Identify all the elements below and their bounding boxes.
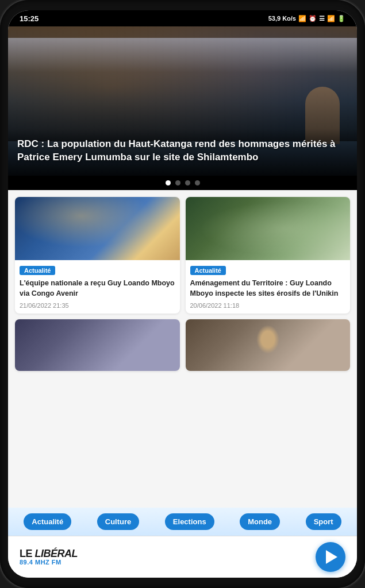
logo-section: LE LIBÉRAL 89.4 MHZ FM bbox=[20, 548, 78, 566]
news-card-1[interactable]: Actualité L'équipe nationale a reçu Guy … bbox=[15, 197, 180, 314]
news-card-2[interactable]: Actualité Aménagement du Territoire : Gu… bbox=[186, 197, 351, 314]
hero-tent-decoration bbox=[8, 38, 357, 72]
bluetooth-icon: 📶 bbox=[298, 15, 306, 22]
status-network: 53,9 Ko/s bbox=[268, 15, 296, 22]
news-card-1-date: 21/06/2022 21:35 bbox=[20, 302, 175, 309]
news-card-2-body: Actualité Aménagement du Territoire : Gu… bbox=[186, 260, 351, 314]
bottom-bar: LE LIBÉRAL 89.4 MHZ FM bbox=[8, 536, 357, 578]
hero-title: RDC : La population du Haut-Katanga rend… bbox=[17, 138, 348, 164]
phone-screen: 15:25 53,9 Ko/s 📶 ⏰ ☰ 📶 🔋 RDC : La popul… bbox=[8, 10, 357, 578]
category-btn-monde[interactable]: Monde bbox=[240, 513, 280, 530]
hero-section[interactable]: RDC : La population du Haut-Katanga rend… bbox=[8, 26, 357, 176]
news-grid-top: Actualité L'équipe nationale a reçu Guy … bbox=[15, 197, 350, 314]
dot-2[interactable] bbox=[175, 180, 180, 185]
category-btn-culture[interactable]: Culture bbox=[97, 513, 140, 530]
news-card-4[interactable] bbox=[186, 319, 351, 371]
logo-liberal: LIBÉRAL bbox=[35, 548, 78, 559]
signal-icon: ☰ bbox=[319, 15, 325, 22]
news-card-1-title: L'équipe nationale a reçu Guy Loando Mbo… bbox=[20, 278, 175, 299]
alarm-icon: ⏰ bbox=[309, 15, 317, 22]
category-btn-elections[interactable]: Elections bbox=[165, 513, 214, 530]
carousel-dots bbox=[8, 176, 357, 190]
news-section: Actualité L'équipe nationale a reçu Guy … bbox=[8, 190, 357, 508]
status-time: 15:25 bbox=[20, 14, 39, 23]
logo-title: LE LIBÉRAL bbox=[20, 548, 78, 559]
news-card-2-tag: Actualité bbox=[190, 266, 226, 275]
news-card-2-title: Aménagement du Territoire : Guy Loando M… bbox=[190, 278, 346, 299]
logo-subtitle: 89.4 MHZ FM bbox=[20, 559, 62, 566]
news-card-3[interactable] bbox=[15, 319, 180, 371]
status-right: 53,9 Ko/s 📶 ⏰ ☰ 📶 🔋 bbox=[268, 15, 345, 22]
news-card-1-body: Actualité L'équipe nationale a reçu Guy … bbox=[15, 260, 180, 314]
news-card-1-image bbox=[15, 197, 180, 260]
logo-le: LE bbox=[20, 548, 35, 559]
category-bar: Actualité Culture Elections Monde Sport bbox=[8, 508, 357, 536]
hero-overlay: RDC : La population du Haut-Katanga rend… bbox=[8, 129, 357, 176]
category-btn-actualite[interactable]: Actualité bbox=[24, 513, 71, 530]
play-button[interactable] bbox=[316, 542, 345, 572]
news-card-1-tag: Actualité bbox=[20, 266, 55, 275]
news-card-2-image bbox=[186, 197, 351, 260]
dot-3[interactable] bbox=[185, 180, 190, 185]
wifi-icon: 📶 bbox=[327, 15, 335, 22]
news-grid-bottom bbox=[15, 319, 350, 371]
battery-icon: 🔋 bbox=[337, 15, 345, 22]
dot-1[interactable] bbox=[166, 180, 171, 185]
status-bar: 15:25 53,9 Ko/s 📶 ⏰ ☰ 📶 🔋 bbox=[8, 10, 357, 26]
phone-frame: 15:25 53,9 Ko/s 📶 ⏰ ☰ 📶 🔋 RDC : La popul… bbox=[0, 0, 365, 588]
dot-4[interactable] bbox=[195, 180, 200, 185]
category-btn-sport[interactable]: Sport bbox=[306, 513, 341, 530]
news-card-2-date: 20/06/2022 11:18 bbox=[190, 302, 346, 309]
